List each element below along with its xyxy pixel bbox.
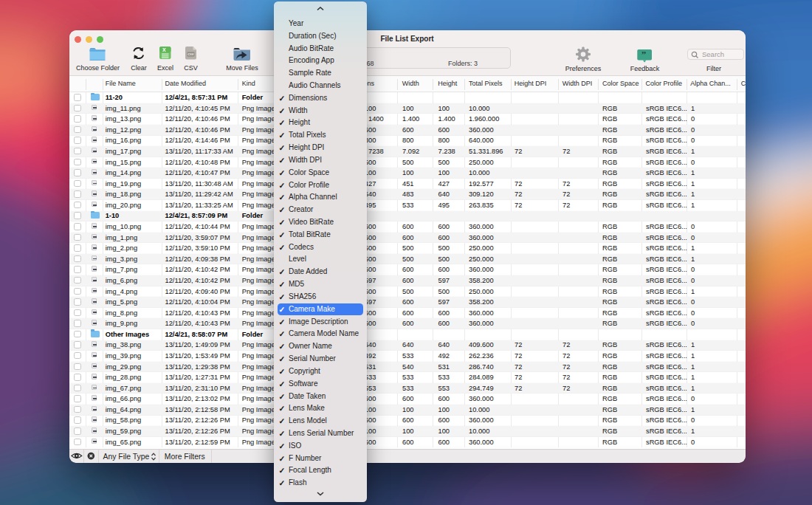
svg-text:X: X — [162, 47, 166, 52]
svg-text:”: ” — [641, 49, 647, 60]
svg-text:csv: csv — [187, 52, 194, 56]
